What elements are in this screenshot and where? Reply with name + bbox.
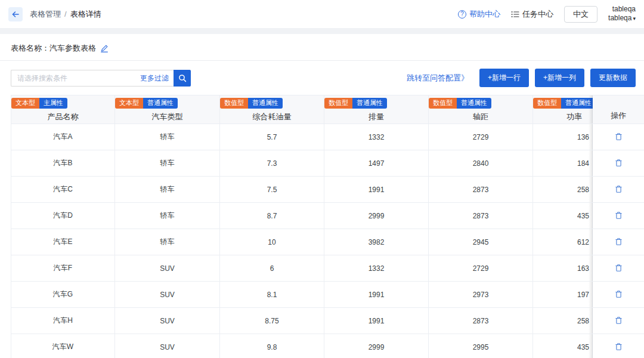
type-badge: 数值型 xyxy=(429,98,457,109)
table-cell: 1332 xyxy=(324,255,429,282)
table-cell: 258 xyxy=(533,177,593,203)
column-label: 排量 xyxy=(324,112,428,122)
delete-row-button[interactable] xyxy=(614,184,624,195)
action-cell xyxy=(593,255,644,282)
update-data-button[interactable]: 更新数据 xyxy=(590,69,636,87)
delete-row-button[interactable] xyxy=(614,289,624,300)
account-menu[interactable]: tableqa tableqa▾ xyxy=(608,5,636,23)
attr-badge: 主属性 xyxy=(39,98,67,109)
table-cell: 汽车E xyxy=(11,229,115,255)
table-row: 汽车D轿车8.729992873435 xyxy=(11,203,644,229)
language-button[interactable]: 中文 xyxy=(564,6,597,23)
column-header-1: 文本型主属性产品名称 xyxy=(11,95,115,124)
delete-row-button[interactable] xyxy=(614,236,624,247)
action-column-label: 操作 xyxy=(593,110,644,121)
edit-table-name-button[interactable] xyxy=(100,44,109,53)
table-cell: SUV xyxy=(115,334,220,358)
breadcrumb: 表格管理 / 表格详情 xyxy=(30,9,101,20)
column-header-5: 数值型普通属性轴距 xyxy=(429,95,533,124)
table-cell: SUV xyxy=(115,308,220,334)
action-cell xyxy=(593,150,644,177)
column-label: 综合耗油量 xyxy=(220,112,324,122)
action-column-header: 操作 xyxy=(593,95,644,124)
table-cell: SUV xyxy=(115,282,220,308)
table-cell: 435 xyxy=(533,334,593,358)
action-cell xyxy=(593,124,644,150)
add-column-button[interactable]: +新增一列 xyxy=(535,69,584,87)
attr-badge: 普通属性 xyxy=(352,98,387,109)
table-cell: 汽车A xyxy=(11,124,115,150)
add-row-button[interactable]: +新增一行 xyxy=(479,69,529,87)
action-cell xyxy=(593,177,644,203)
table-cell: 汽车C xyxy=(11,177,115,203)
table-cell: 197 xyxy=(533,282,593,308)
table-cell: 2999 xyxy=(324,334,429,358)
table-cell: 轿车 xyxy=(115,177,220,203)
delete-row-button[interactable] xyxy=(614,341,624,352)
table-cell: 轿车 xyxy=(115,124,220,150)
table-cell: 汽车W xyxy=(11,334,115,358)
breadcrumb-current: 表格详情 xyxy=(70,9,101,20)
table-cell: 7.5 xyxy=(220,177,324,203)
qa-config-link[interactable]: 跳转至问答配置》 xyxy=(407,73,469,84)
table-cell: 2995 xyxy=(429,334,533,358)
table-row: 汽车FSUV613322729163 xyxy=(11,255,644,282)
table-cell: SUV xyxy=(115,255,220,282)
table-name-row: 表格名称： 汽车参数表格 xyxy=(0,34,644,61)
search-button[interactable] xyxy=(174,70,191,87)
delete-row-button[interactable] xyxy=(614,158,624,168)
table-cell: 汽车G xyxy=(11,282,115,308)
table-cell: 7.3 xyxy=(220,150,324,177)
table-cell: 3982 xyxy=(324,229,429,255)
table-row: 汽车B轿车7.314972840184 xyxy=(11,150,644,177)
table-cell: 6 xyxy=(220,255,324,282)
delete-icon xyxy=(615,316,623,325)
table-cell: 184 xyxy=(533,150,593,177)
column-label: 功率 xyxy=(533,112,592,122)
table-row: 汽车E轿车1039822945612 xyxy=(11,229,644,255)
table-header-row: 文本型主属性产品名称文本型普通属性汽车类型数值型普通属性综合耗油量数值型普通属性… xyxy=(11,95,644,124)
table-cell: 1497 xyxy=(324,150,429,177)
table-cell: 136 xyxy=(533,124,593,150)
table-cell: 汽车H xyxy=(11,308,115,334)
delete-row-button[interactable] xyxy=(614,210,624,221)
action-cell xyxy=(593,203,644,229)
delete-row-button[interactable] xyxy=(614,263,624,273)
attr-badge: 普通属性 xyxy=(248,98,283,109)
back-button[interactable] xyxy=(8,7,23,21)
action-cell xyxy=(593,334,644,358)
table-cell: 2999 xyxy=(324,203,429,229)
delete-row-button[interactable] xyxy=(614,315,624,326)
type-badge: 数值型 xyxy=(533,98,561,109)
data-table: 文本型主属性产品名称文本型普通属性汽车类型数值型普通属性综合耗油量数值型普通属性… xyxy=(11,95,644,358)
delete-icon xyxy=(615,237,623,246)
table-cell: 1991 xyxy=(324,177,429,203)
column-badges: 文本型普通属性 xyxy=(115,98,219,109)
table-cell: 10 xyxy=(220,229,324,255)
help-icon: ? xyxy=(458,10,466,18)
table-row: 汽车HSUV8.7519912873258 xyxy=(11,308,644,334)
type-badge: 数值型 xyxy=(220,98,248,109)
table-cell: 163 xyxy=(533,255,593,282)
table-cell: 2945 xyxy=(429,229,533,255)
task-center-link[interactable]: 任务中心 xyxy=(511,9,553,20)
help-center-link[interactable]: ? 帮助中心 xyxy=(458,9,500,20)
help-center-label: 帮助中心 xyxy=(469,9,500,20)
table-cell: 8.7 xyxy=(220,203,324,229)
table-cell: 1991 xyxy=(324,308,429,334)
column-header-2: 文本型普通属性汽车类型 xyxy=(115,95,220,124)
delete-icon xyxy=(615,342,623,351)
type-badge: 数值型 xyxy=(324,98,352,109)
column-badges: 数值型普通属性 xyxy=(220,98,324,109)
action-cell xyxy=(593,282,644,308)
delete-row-button[interactable] xyxy=(614,131,624,142)
breadcrumb-parent[interactable]: 表格管理 xyxy=(30,9,61,20)
attr-badge: 普通属性 xyxy=(561,98,596,109)
table-cell: 5.7 xyxy=(220,124,324,150)
action-cell xyxy=(593,308,644,334)
back-arrow-icon xyxy=(11,10,20,18)
table-cell: 2729 xyxy=(429,255,533,282)
more-filter-link[interactable]: 更多过滤 xyxy=(140,73,169,83)
search-icon xyxy=(178,74,187,82)
table-cell: 1991 xyxy=(324,282,429,308)
